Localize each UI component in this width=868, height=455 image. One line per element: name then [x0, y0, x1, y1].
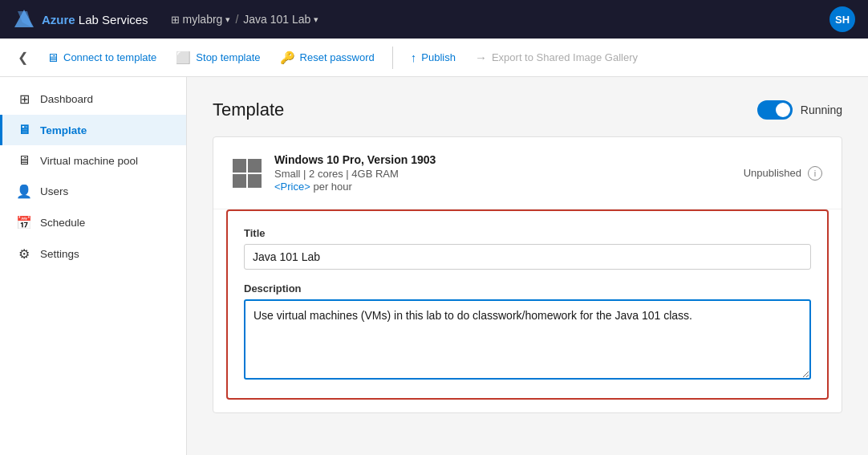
sidebar-item-settings[interactable]: ⚙ Settings: [0, 238, 186, 270]
top-nav: Azure Lab Services ⊞ mylabrg ▾ / Java 10…: [0, 0, 868, 39]
sidebar-item-users[interactable]: 👤 Users: [0, 176, 186, 207]
title-input[interactable]: [244, 244, 811, 270]
description-textarea[interactable]: [244, 299, 811, 380]
status-info-icon[interactable]: i: [808, 166, 822, 181]
vm-info-row: Windows 10 Pro, Version 1903 Small | 2 c…: [213, 137, 842, 209]
sidebar-item-vm-pool[interactable]: 🖥 Virtual machine pool: [0, 145, 186, 176]
breadcrumb-separator: /: [235, 13, 238, 26]
vm-price: <Price> per hour: [274, 181, 436, 193]
sidebar-collapse-button[interactable]: ❮: [10, 45, 35, 71]
template-icon: 🖥: [16, 123, 32, 137]
sidebar-item-template[interactable]: 🖥 Template: [0, 115, 186, 145]
running-status-label: Running: [801, 104, 842, 116]
brand-name: Azure Lab Services: [42, 13, 148, 26]
vm-spec: Small | 2 cores | 4GB RAM: [274, 168, 436, 180]
schedule-icon: 📅: [16, 215, 32, 230]
settings-icon: ⚙: [16, 246, 32, 262]
user-avatar[interactable]: SH: [829, 6, 855, 32]
breadcrumb: ⊞ mylabrg ▾ / Java 101 Lab ▾: [171, 13, 319, 26]
sidebar-item-schedule[interactable]: 📅 Schedule: [0, 207, 186, 238]
sidebar: ⊞ Dashboard 🖥 Template 🖥 Virtual machine…: [0, 77, 187, 455]
key-icon: 🔑: [280, 51, 295, 65]
vm-details: Windows 10 Pro, Version 1903 Small | 2 c…: [274, 153, 436, 193]
chevron-down-icon: ▾: [225, 14, 230, 25]
breadcrumb-lab[interactable]: Java 101 Lab ▾: [243, 13, 318, 26]
users-icon: 👤: [16, 184, 32, 199]
breadcrumb-resource-group[interactable]: ⊞ mylabrg ▾: [171, 13, 231, 26]
connect-to-template-button[interactable]: 🖥 Connect to template: [39, 46, 164, 69]
vm-status: Unpublished i: [744, 166, 822, 181]
sidebar-item-dashboard[interactable]: ⊞ Dashboard: [0, 83, 186, 115]
vm-name: Windows 10 Pro, Version 1903: [274, 153, 436, 166]
running-toggle-group: Running: [757, 100, 842, 120]
export-icon: →: [475, 51, 487, 64]
page-header: Template Running: [213, 100, 842, 120]
unpublished-label: Unpublished: [744, 167, 801, 179]
stop-icon: ⬜: [176, 51, 191, 65]
description-form-group: Description: [244, 282, 811, 382]
vm-info-left: Windows 10 Pro, Version 1903 Small | 2 c…: [233, 153, 436, 193]
monitor-icon: 🖥: [47, 51, 59, 64]
running-toggle[interactable]: [757, 100, 793, 120]
reset-password-button[interactable]: 🔑 Reset password: [272, 46, 383, 70]
windows-logo-icon: [233, 159, 262, 188]
title-label: Title: [244, 227, 811, 239]
upload-icon: ↑: [411, 51, 417, 64]
page-title: Template: [213, 100, 284, 120]
dashboard-icon: ⊞: [16, 91, 32, 107]
publish-button[interactable]: ↑ Publish: [403, 46, 464, 69]
export-to-gallery-button[interactable]: → Export to Shared Image Gallery: [467, 46, 646, 69]
toolbar-divider: [392, 47, 393, 69]
azure-logo-icon: [13, 8, 35, 30]
main-content: Template Running Windows 10 Pro, Version…: [187, 77, 868, 455]
template-card: Windows 10 Pro, Version 1903 Small | 2 c…: [213, 136, 842, 413]
chevron-down-icon-lab: ▾: [314, 14, 318, 25]
toolbar: ❮ 🖥 Connect to template ⬜ Stop template …: [0, 39, 868, 77]
stop-template-button[interactable]: ⬜ Stop template: [168, 46, 268, 70]
title-form-group: Title: [244, 227, 811, 270]
app-logo: Azure Lab Services: [13, 8, 148, 30]
description-label: Description: [244, 282, 811, 295]
main-layout: ⊞ Dashboard 🖥 Template 🖥 Virtual machine…: [0, 77, 868, 455]
vm-pool-icon: 🖥: [16, 153, 32, 168]
edit-form: Title Description: [226, 209, 829, 400]
